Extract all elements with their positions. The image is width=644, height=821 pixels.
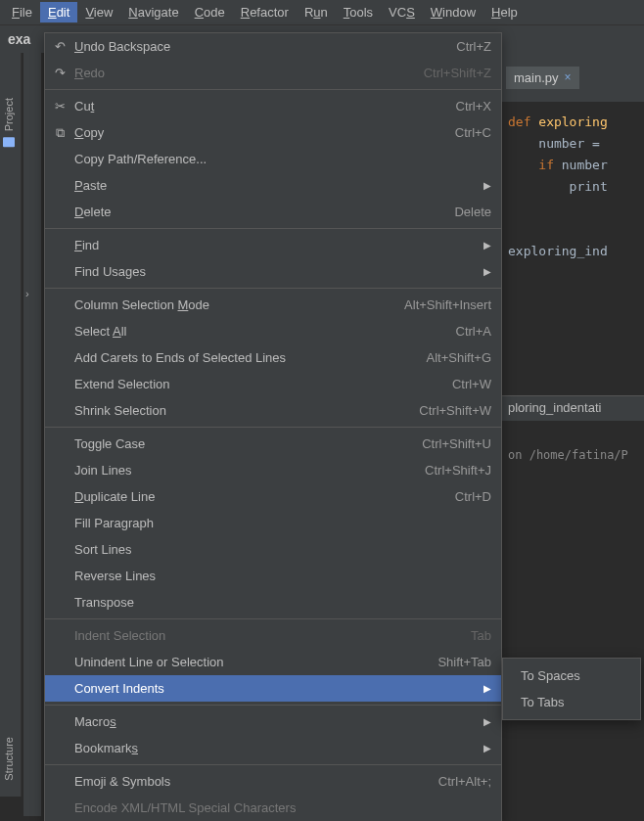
menu-item-reverse-lines[interactable]: Reverse Lines [45, 563, 501, 589]
menu-item-label: Redo [74, 66, 404, 80]
redo-icon: ↷ [52, 66, 68, 81]
menu-item-label: Encode XML/HTML Special Characters [74, 800, 491, 815]
editor-tab-main[interactable]: main.py × [506, 67, 579, 89]
menu-item-label: Fill Paragraph [74, 516, 491, 530]
menu-item-sort-lines[interactable]: Sort Lines [45, 536, 501, 563]
menu-item-shrink-selection[interactable]: Shrink SelectionCtrl+Shift+W [45, 397, 501, 424]
code-line: number = [508, 136, 608, 151]
function-name: exploring [538, 114, 607, 129]
close-icon[interactable]: × [565, 70, 572, 84]
menu-item-label: Delete [74, 205, 435, 219]
chevron-right-icon[interactable]: › [23, 284, 31, 303]
menu-item-emoji-symbols[interactable]: Emoji & SymbolsCtrl+Alt+; [45, 768, 501, 795]
shortcut: Ctrl+C [455, 125, 491, 140]
menu-navigate[interactable]: Navigate [120, 2, 186, 23]
menu-item-unindent-line-or-selection[interactable]: Unindent Line or SelectionShift+Tab [45, 649, 501, 675]
menu-item-label: Undo Backspace [74, 39, 437, 54]
menu-separator [45, 288, 501, 289]
menu-file[interactable]: File [4, 2, 40, 23]
shortcut: Ctrl+Shift+J [425, 463, 491, 478]
menu-separator [45, 228, 501, 229]
menu-vcs[interactable]: VCS [381, 2, 423, 23]
chevron-right-icon: ▶ [483, 716, 491, 727]
menu-edit[interactable]: Edit [40, 2, 77, 23]
menu-item-indent-selection: Indent SelectionTab [45, 622, 501, 649]
menu-item-copy-path-reference[interactable]: Copy Path/Reference... [45, 146, 501, 172]
submenu-label: To Spaces [521, 668, 628, 683]
keyword-if: if [508, 158, 562, 172]
menu-item-label: Find Usages [74, 264, 476, 279]
menu-item-label: Emoji & Symbols [74, 774, 419, 789]
menu-item-join-lines[interactable]: Join LinesCtrl+Shift+J [45, 457, 501, 483]
menu-refactor[interactable]: Refactor [233, 2, 297, 23]
menu-item-label: Copy [74, 125, 436, 140]
menu-item-label: Macros [74, 714, 476, 729]
menu-separator [45, 705, 501, 706]
menu-separator [45, 427, 501, 428]
code-editor[interactable]: def exploring number = if number print e… [502, 102, 644, 272]
run-tab-label[interactable]: ploring_indentati [502, 395, 644, 421]
project-tool-button[interactable]: Project [0, 92, 18, 153]
structure-tool-button[interactable]: Structure [0, 731, 18, 787]
shortcut: Ctrl+Alt+; [438, 774, 491, 789]
menu-item-select-all[interactable]: Select AllCtrl+A [45, 318, 501, 344]
menu-item-bookmarks[interactable]: Bookmarks▶ [45, 735, 501, 761]
menu-item-duplicate-line[interactable]: Duplicate LineCtrl+D [45, 483, 501, 510]
menu-item-extend-selection[interactable]: Extend SelectionCtrl+W [45, 371, 501, 397]
menu-item-label: Convert Indents [74, 681, 476, 696]
shortcut: Alt+Shift+Insert [404, 297, 491, 312]
menu-item-copy[interactable]: ⧉CopyCtrl+C [45, 119, 501, 146]
menu-item-cut[interactable]: ✂CutCtrl+X [45, 93, 501, 119]
menu-item-label: Indent Selection [74, 628, 451, 643]
undo-icon: ↶ [52, 39, 68, 55]
menu-item-undo-backspace[interactable]: ↶Undo BackspaceCtrl+Z [45, 33, 501, 60]
chevron-right-icon: ▶ [483, 180, 491, 191]
menu-item-add-carets-to-ends-of-selected-lines[interactable]: Add Carets to Ends of Selected LinesAlt+… [45, 344, 501, 371]
code-line: number [562, 158, 608, 172]
chevron-right-icon: ▶ [483, 743, 491, 753]
menu-item-label: Unindent Line or Selection [74, 655, 418, 669]
menu-item-label: Select All [74, 324, 437, 339]
submenu-item-to-tabs[interactable]: To Tabs [503, 689, 640, 715]
keyword-def: def [508, 114, 538, 129]
structure-label: Structure [3, 737, 15, 781]
menu-tools[interactable]: Tools [336, 2, 381, 23]
menu-item-label: Join Lines [74, 463, 405, 478]
menu-separator [45, 764, 501, 765]
menu-item-toggle-case[interactable]: Toggle CaseCtrl+Shift+U [45, 431, 501, 457]
submenu-item-to-spaces[interactable]: To Spaces [503, 662, 640, 689]
menu-run[interactable]: Run [297, 2, 336, 23]
menu-help[interactable]: Help [483, 2, 526, 23]
menu-item-label: Duplicate Line [74, 489, 436, 504]
menu-item-label: Transpose [74, 595, 491, 610]
menu-window[interactable]: Window [423, 2, 483, 23]
menu-item-label: Paste [74, 178, 476, 193]
menu-item-find-usages[interactable]: Find Usages▶ [45, 258, 501, 285]
shortcut: Shift+Tab [437, 655, 491, 669]
menu-item-label: Cut [74, 99, 437, 114]
menu-view[interactable]: View [77, 2, 120, 23]
menu-item-find[interactable]: Find▶ [45, 232, 501, 258]
code-line: print [508, 179, 608, 194]
chevron-right-icon: ▶ [483, 683, 491, 694]
shortcut: Ctrl+X [456, 99, 491, 114]
menu-item-transpose[interactable]: Transpose [45, 589, 501, 616]
left-gutter: Project Structure [0, 53, 22, 797]
shortcut: Delete [454, 205, 491, 219]
project-label: Project [3, 98, 15, 131]
menu-item-macros[interactable]: Macros▶ [45, 708, 501, 735]
breadcrumb-text: exa [8, 31, 30, 47]
menu-item-delete[interactable]: DeleteDelete [45, 199, 501, 225]
menu-code[interactable]: Code [187, 2, 233, 23]
code-line: exploring_ind [508, 244, 608, 258]
project-tool-strip: › [23, 53, 41, 816]
run-output: on /home/fatina/P [502, 448, 644, 462]
menu-item-fill-paragraph[interactable]: Fill Paragraph [45, 510, 501, 536]
shortcut: Ctrl+W [452, 377, 491, 391]
menu-item-label: Find [74, 238, 476, 252]
menu-item-label: Shrink Selection [74, 403, 399, 418]
menu-item-column-selection-mode[interactable]: Column Selection ModeAlt+Shift+Insert [45, 292, 501, 318]
menu-item-paste[interactable]: Paste▶ [45, 172, 501, 199]
submenu-label: To Tabs [521, 695, 628, 709]
menu-item-convert-indents[interactable]: Convert Indents▶ [45, 675, 501, 702]
